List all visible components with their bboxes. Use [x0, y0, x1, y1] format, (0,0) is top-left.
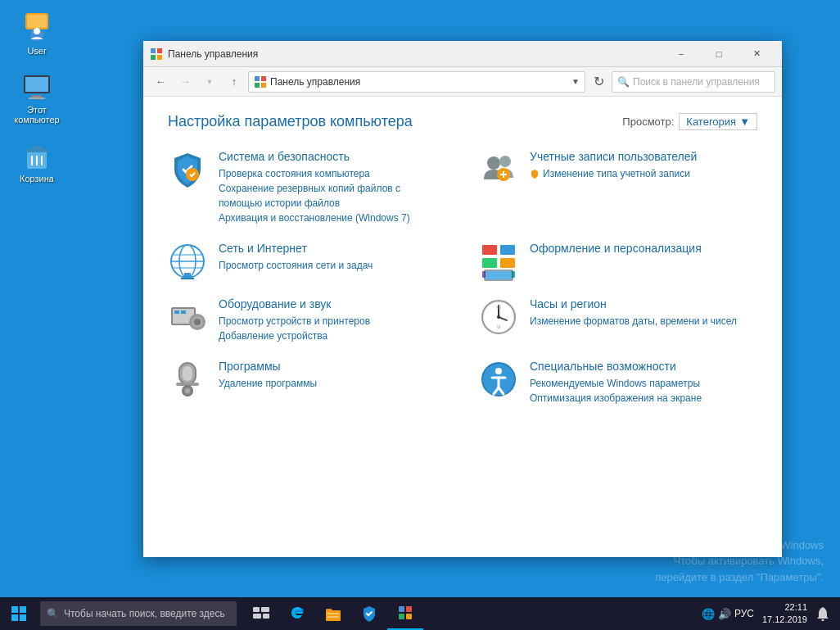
- network-title[interactable]: Сеть и Интернет: [219, 242, 373, 255]
- search-bar[interactable]: 🔍 Поиск в панели управления: [612, 71, 775, 93]
- address-bar[interactable]: Панель управления ▼: [248, 71, 585, 93]
- taskbar-controlpanel[interactable]: [387, 597, 423, 630]
- svg-rect-58: [183, 366, 192, 381]
- hardware-link-1[interactable]: Просмотр устройств и принтеров: [219, 314, 370, 329]
- recycle-label: Корзина: [20, 174, 54, 184]
- taskbar-apps: [243, 597, 423, 630]
- svg-rect-64: [253, 607, 260, 612]
- window-controls: − □ ✕: [662, 41, 775, 67]
- category-users: Учетные записи пользователей Изменение т…: [479, 150, 757, 225]
- security-link-2[interactable]: Сохранение резервных копий файлов с помо…: [219, 181, 446, 211]
- desktop-icon-computer[interactable]: Этоткомпьютер: [8, 67, 65, 128]
- svg-rect-33: [184, 273, 191, 278]
- svg-rect-36: [500, 245, 515, 255]
- svg-rect-72: [406, 606, 412, 612]
- hardware-info: Оборудование и звук Просмотр устройств и…: [219, 297, 370, 343]
- clock-info: Часы и регион Изменение форматов даты, в…: [530, 297, 737, 329]
- desktop-icon-user[interactable]: User: [8, 8, 65, 59]
- address-text: Панель управления: [270, 76, 568, 88]
- tray-icons: 🌐 🔊: [702, 608, 731, 620]
- desktop-icon-recycle[interactable]: Корзина: [8, 136, 65, 187]
- address-icon: [254, 75, 267, 88]
- forward-button[interactable]: →: [174, 71, 196, 93]
- network-link-1[interactable]: Просмотр состояния сети и задач: [219, 258, 373, 273]
- svg-rect-35: [482, 245, 497, 255]
- computer-label: Этоткомпьютер: [14, 105, 59, 125]
- svg-rect-70: [327, 616, 339, 618]
- content-title: Настройка параметров компьютера: [168, 113, 413, 130]
- category-accessibility: Специальные возможности Рекомендуемые Wi…: [479, 360, 757, 406]
- svg-rect-6: [32, 95, 42, 97]
- appearance-icon: [479, 242, 518, 281]
- taskbar-explorer[interactable]: [315, 597, 351, 630]
- clock-link-1[interactable]: Изменение форматов даты, времени и чисел: [530, 314, 737, 329]
- hardware-link-2[interactable]: Добавление устройства: [219, 329, 370, 343]
- taskbar-search[interactable]: 🔍 Чтобы начать поиск, введите здесь: [40, 601, 237, 626]
- svg-rect-15: [157, 48, 162, 53]
- users-link-1[interactable]: Изменение типа учетной записи: [543, 166, 690, 181]
- users-title[interactable]: Учетные записи пользователей: [530, 150, 697, 163]
- window-title: Панель управления: [168, 48, 662, 60]
- clock-title[interactable]: Часы и регион: [530, 297, 737, 310]
- recent-button[interactable]: ▼: [199, 71, 220, 93]
- view-dropdown[interactable]: Категория ▼: [679, 113, 757, 130]
- taskbar-taskview[interactable]: [243, 597, 279, 630]
- svg-point-61: [185, 388, 190, 393]
- svg-rect-73: [399, 614, 404, 619]
- refresh-button[interactable]: ↻: [589, 72, 608, 92]
- content-header: Настройка параметров компьютера Просмотр…: [168, 113, 757, 130]
- category-hardware: Оборудование и звук Просмотр устройств и…: [168, 297, 446, 343]
- programs-link-1[interactable]: Удаление программы: [219, 376, 317, 391]
- watermark-line3: перейдите в раздел "Параметры".: [655, 569, 824, 586]
- window-content: Настройка параметров компьютера Просмотр…: [143, 97, 782, 557]
- hardware-icon: [168, 297, 207, 337]
- tray-language[interactable]: РУС: [734, 608, 754, 619]
- category-programs: Программы Удаление программы: [168, 360, 446, 406]
- start-button[interactable]: [0, 597, 37, 630]
- notification-button[interactable]: [811, 597, 835, 630]
- back-button[interactable]: ←: [150, 71, 171, 93]
- svg-rect-69: [327, 613, 339, 614]
- svg-rect-10: [32, 146, 42, 149]
- maximize-button[interactable]: □: [700, 41, 738, 67]
- taskbar-edge[interactable]: [279, 597, 315, 630]
- taskbar-tray: 🌐 🔊 РУС 22:11 17.12.2019: [697, 597, 840, 630]
- security-link-3[interactable]: Архивация и восстановление (Windows 7): [219, 211, 446, 225]
- user-label: User: [27, 46, 46, 56]
- programs-info: Программы Удаление программы: [219, 360, 317, 391]
- hardware-title[interactable]: Оборудование и звук: [219, 297, 370, 310]
- close-button[interactable]: ✕: [738, 41, 775, 67]
- appearance-info: Оформление и персонализация: [530, 242, 702, 258]
- minimize-button[interactable]: −: [662, 41, 700, 67]
- tray-network-icon[interactable]: 🌐: [702, 608, 715, 620]
- security-title[interactable]: Система и безопасность: [219, 150, 446, 163]
- programs-title[interactable]: Программы: [219, 360, 317, 373]
- accessibility-link-1[interactable]: Рекомендуемые Windows параметры: [530, 376, 702, 391]
- svg-rect-74: [406, 614, 412, 619]
- dropdown-arrow-icon: ▼: [739, 116, 750, 128]
- svg-text:XII: XII: [496, 305, 501, 310]
- accessibility-link-2[interactable]: Оптимизация изображения на экране: [530, 391, 702, 406]
- tray-volume-icon[interactable]: 🔊: [718, 608, 731, 620]
- tray-clock[interactable]: 22:11 17.12.2019: [762, 601, 807, 627]
- taskbar-security[interactable]: [351, 597, 387, 630]
- svg-rect-66: [253, 614, 261, 619]
- edge-icon: [289, 605, 305, 622]
- security-link-1[interactable]: Проверка состояния компьютера: [219, 166, 446, 181]
- svg-rect-42: [485, 271, 512, 279]
- computer-icon: [20, 70, 53, 103]
- control-panel-window: Панель управления − □ ✕ ← → ▼ ↑ Панель у…: [143, 41, 782, 557]
- svg-point-3: [34, 28, 40, 34]
- notification-icon: [816, 606, 829, 621]
- taskbar-search-text: Чтобы начать поиск, введите здесь: [64, 608, 225, 619]
- address-dropdown-icon[interactable]: ▼: [571, 77, 580, 86]
- appearance-title[interactable]: Оформление и персонализация: [530, 242, 702, 255]
- svg-point-24: [499, 156, 511, 167]
- svg-rect-21: [261, 83, 266, 88]
- programs-icon: [168, 360, 207, 399]
- svg-rect-34: [181, 278, 194, 279]
- security-taskbar-icon: [362, 605, 377, 622]
- up-button[interactable]: ↑: [224, 71, 245, 93]
- accessibility-title[interactable]: Специальные возможности: [530, 360, 702, 373]
- view-label: Просмотр:: [622, 116, 674, 128]
